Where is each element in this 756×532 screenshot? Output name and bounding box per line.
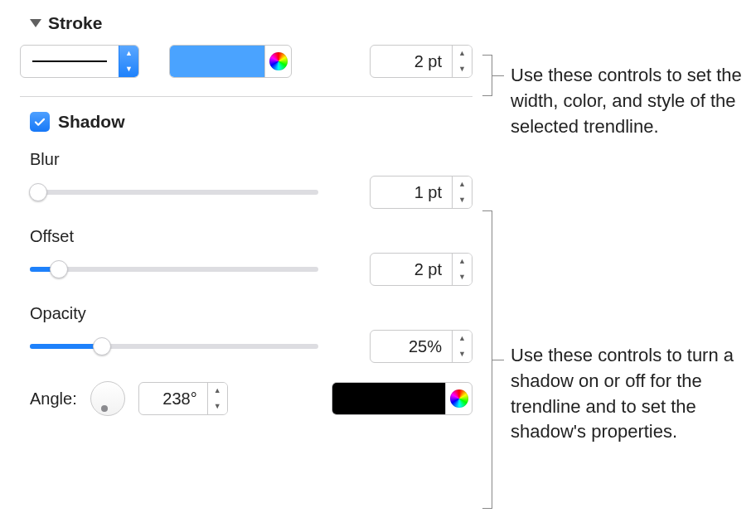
opacity-value[interactable]: 25%: [371, 331, 452, 362]
disclosure-triangle-icon[interactable]: [30, 19, 41, 27]
opacity-slider[interactable]: [30, 336, 318, 357]
bracket-icon: [482, 210, 492, 509]
shadow-checkbox[interactable]: [30, 112, 50, 132]
opacity-label: Opacity: [30, 304, 472, 323]
slider-track: [30, 267, 318, 272]
slider-thumb[interactable]: [29, 183, 47, 201]
angle-row: Angle: 238° ▲ ▼: [30, 381, 472, 416]
angle-value[interactable]: 238°: [139, 383, 207, 414]
stroke-section-header[interactable]: Stroke: [30, 13, 472, 33]
chevron-down-icon: ▼: [119, 61, 138, 77]
chevron-up-icon[interactable]: ▲: [453, 254, 472, 269]
color-wheel-icon: [450, 389, 468, 408]
blur-slider[interactable]: [30, 181, 318, 203]
stepper-arrows-icon[interactable]: ▲ ▼: [452, 177, 472, 208]
stroke-width-stepper[interactable]: 2 pt ▲ ▼: [370, 45, 472, 78]
stroke-shadow-panel: Stroke ▲ ▼ 2 pt ▲ ▼: [20, 13, 472, 416]
offset-row: 2 pt ▲ ▼: [30, 253, 472, 286]
stroke-width-value[interactable]: 2 pt: [371, 46, 452, 77]
angle-dial[interactable]: [90, 381, 125, 416]
slider-thumb[interactable]: [50, 260, 68, 278]
slider-fill: [30, 344, 102, 349]
shadow-color-well[interactable]: [332, 382, 472, 415]
section-divider: [20, 96, 472, 97]
offset-value[interactable]: 2 pt: [371, 254, 452, 285]
slider-track: [30, 190, 318, 195]
offset-slider[interactable]: [30, 259, 318, 280]
chevron-down-icon[interactable]: ▼: [453, 61, 472, 77]
chevron-up-icon: ▲: [119, 46, 138, 61]
bracket-tick-icon: [492, 75, 504, 76]
bracket-icon: [482, 55, 492, 96]
offset-label: Offset: [30, 227, 472, 246]
stroke-style-preview: [21, 46, 119, 77]
stepper-arrows-icon[interactable]: ▲ ▼: [452, 331, 472, 362]
chevron-up-icon[interactable]: ▲: [453, 331, 472, 346]
chevron-down-icon[interactable]: ▼: [453, 269, 472, 285]
angle-label: Angle:: [30, 389, 77, 409]
blur-value-stepper[interactable]: 1 pt ▲ ▼: [370, 176, 472, 209]
blur-label: Blur: [30, 150, 472, 169]
shadow-color-swatch[interactable]: [332, 383, 445, 414]
shadow-callout: Use these controls to turn a shadow on o…: [511, 343, 756, 445]
angle-value-stepper[interactable]: 238° ▲ ▼: [138, 382, 228, 415]
stepper-arrows-icon[interactable]: ▲ ▼: [207, 383, 227, 414]
chevron-up-icon[interactable]: ▲: [453, 46, 472, 61]
stroke-style-popup[interactable]: ▲ ▼: [20, 45, 139, 78]
stroke-title: Stroke: [48, 13, 102, 33]
stroke-callout: Use these controls to set the width, col…: [511, 63, 756, 139]
popup-arrows-icon[interactable]: ▲ ▼: [119, 46, 138, 77]
stroke-color-wheel-button[interactable]: [264, 46, 291, 77]
chevron-up-icon[interactable]: ▲: [208, 383, 227, 399]
stroke-color-swatch[interactable]: [170, 46, 264, 77]
slider-thumb[interactable]: [93, 337, 111, 355]
dial-indicator-icon: [101, 405, 108, 412]
blur-value[interactable]: 1 pt: [371, 177, 452, 208]
line-sample-icon: [32, 60, 107, 62]
stroke-controls-row: ▲ ▼ 2 pt ▲ ▼: [20, 45, 472, 78]
color-wheel-icon: [269, 52, 288, 70]
bracket-tick-icon: [492, 360, 504, 360]
shadow-title: Shadow: [58, 112, 125, 132]
stepper-arrows-icon[interactable]: ▲ ▼: [452, 254, 472, 285]
shadow-color-wheel-button[interactable]: [445, 383, 472, 414]
chevron-down-icon[interactable]: ▼: [208, 399, 227, 414]
opacity-value-stepper[interactable]: 25% ▲ ▼: [370, 330, 472, 363]
stroke-color-well[interactable]: [169, 45, 292, 78]
chevron-down-icon[interactable]: ▼: [453, 192, 472, 208]
shadow-checkbox-row[interactable]: Shadow: [30, 112, 472, 132]
opacity-row: 25% ▲ ▼: [30, 330, 472, 363]
chevron-up-icon[interactable]: ▲: [453, 177, 472, 192]
checkmark-icon: [33, 115, 46, 128]
stepper-arrows-icon[interactable]: ▲ ▼: [452, 46, 472, 77]
chevron-down-icon[interactable]: ▼: [453, 346, 472, 362]
blur-row: 1 pt ▲ ▼: [30, 176, 472, 209]
offset-value-stepper[interactable]: 2 pt ▲ ▼: [370, 253, 472, 286]
